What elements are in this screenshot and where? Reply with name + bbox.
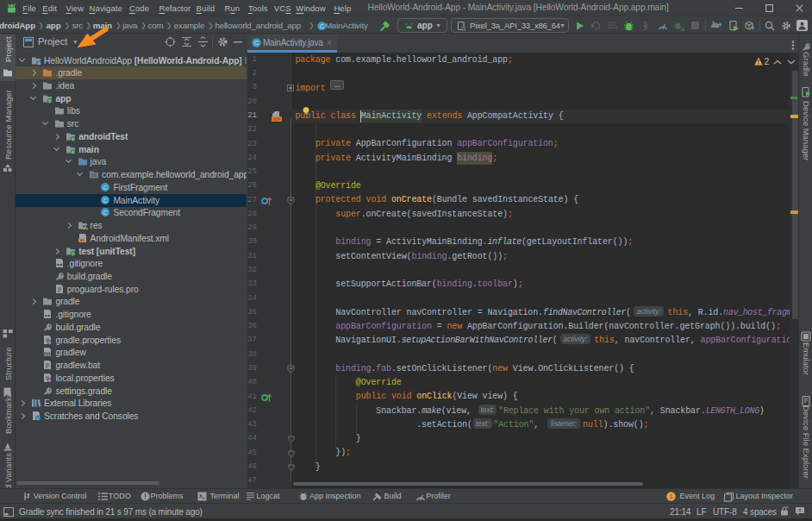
svg-text:C: C	[103, 197, 108, 203]
svg-text:C: C	[103, 184, 108, 190]
svg-text:C: C	[103, 210, 108, 216]
svg-text:1: 1	[669, 493, 673, 500]
svg-text:C: C	[254, 39, 259, 47]
svg-text:</>: </>	[45, 353, 50, 356]
svg-text:<>: <>	[273, 116, 280, 122]
svg-text:C: C	[319, 22, 323, 29]
